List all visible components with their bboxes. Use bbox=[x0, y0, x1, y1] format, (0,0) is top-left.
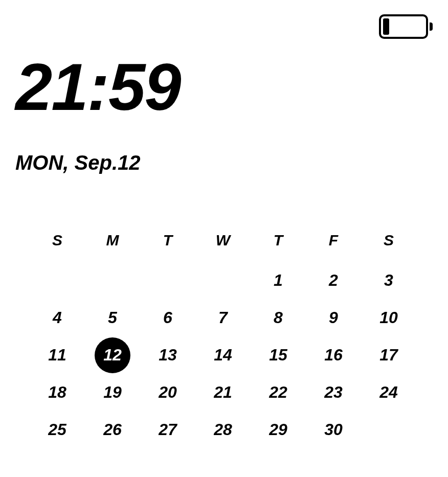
calendar-week-5: 25 26 27 28 29 30 bbox=[30, 411, 418, 448]
calendar-day[interactable]: 21 bbox=[195, 383, 251, 402]
calendar-weekday-row: S M T W T F S bbox=[30, 225, 418, 256]
calendar-day[interactable]: 22 bbox=[251, 383, 306, 402]
calendar-day[interactable]: 11 bbox=[30, 346, 85, 365]
calendar-week-3: 11 12 13 14 15 16 17 bbox=[30, 336, 418, 374]
calendar-day[interactable]: 24 bbox=[361, 383, 416, 402]
weekday-sun: S bbox=[30, 232, 85, 249]
weekday-thu: T bbox=[251, 232, 306, 249]
calendar-day[interactable]: 9 bbox=[306, 308, 361, 327]
clock-date: MON, Sep.12 bbox=[15, 152, 141, 173]
calendar-day-today[interactable]: 12 bbox=[85, 346, 140, 365]
weekday-mon: M bbox=[85, 232, 140, 249]
calendar-day[interactable]: 25 bbox=[30, 420, 85, 439]
battery-icon bbox=[379, 14, 433, 41]
weekday-fri: F bbox=[306, 232, 361, 249]
calendar-day[interactable]: 27 bbox=[140, 420, 195, 439]
calendar-day[interactable]: 14 bbox=[195, 346, 251, 365]
weekday-wed: W bbox=[195, 232, 251, 249]
calendar-day[interactable]: 29 bbox=[251, 420, 306, 439]
calendar-day[interactable]: 4 bbox=[30, 308, 85, 327]
calendar-day[interactable]: 28 bbox=[195, 420, 251, 439]
calendar-day[interactable]: 2 bbox=[306, 271, 361, 290]
calendar: S M T W T F S 1 2 3 4 5 6 7 8 9 10 11 12… bbox=[30, 225, 418, 448]
calendar-week-1: 1 2 3 bbox=[30, 262, 418, 299]
calendar-day[interactable]: 18 bbox=[30, 383, 85, 402]
calendar-day[interactable]: 26 bbox=[85, 420, 140, 439]
calendar-day[interactable]: 30 bbox=[306, 420, 361, 439]
calendar-day[interactable]: 8 bbox=[251, 308, 306, 327]
calendar-day[interactable]: 17 bbox=[361, 346, 416, 365]
calendar-day[interactable]: 13 bbox=[140, 346, 195, 365]
clock-time: 21:59 bbox=[15, 54, 181, 120]
weekday-tue: T bbox=[140, 232, 195, 249]
calendar-day[interactable]: 23 bbox=[306, 383, 361, 402]
calendar-day[interactable]: 19 bbox=[85, 383, 140, 402]
calendar-day[interactable]: 20 bbox=[140, 383, 195, 402]
calendar-day[interactable]: 5 bbox=[85, 308, 140, 327]
calendar-week-2: 4 5 6 7 8 9 10 bbox=[30, 299, 418, 336]
calendar-day[interactable]: 15 bbox=[251, 346, 306, 365]
calendar-day[interactable]: 3 bbox=[361, 271, 416, 290]
calendar-day[interactable]: 6 bbox=[140, 308, 195, 327]
calendar-day[interactable]: 7 bbox=[195, 308, 251, 327]
calendar-day[interactable]: 10 bbox=[361, 308, 416, 327]
calendar-week-4: 18 19 20 21 22 23 24 bbox=[30, 374, 418, 411]
calendar-day[interactable]: 1 bbox=[251, 271, 306, 290]
weekday-sat: S bbox=[361, 232, 416, 249]
calendar-day[interactable]: 16 bbox=[306, 346, 361, 365]
